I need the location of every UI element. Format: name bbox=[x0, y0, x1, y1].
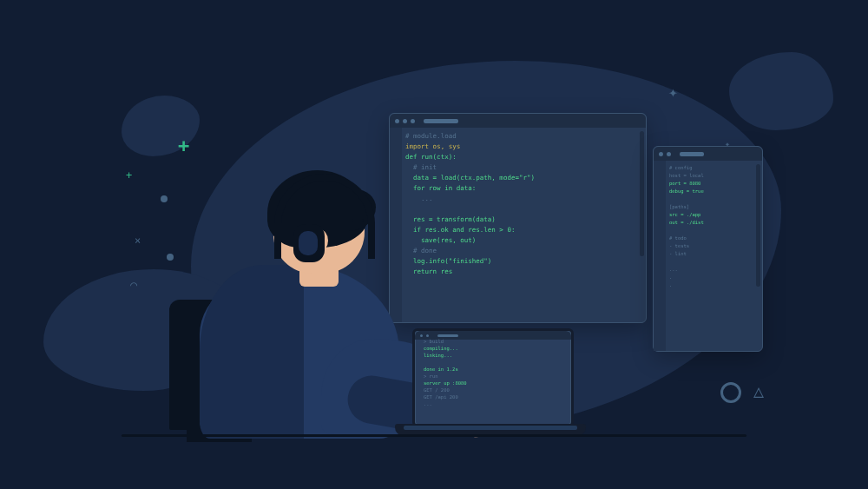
code-content: > build compiling... linking... done in … bbox=[424, 338, 562, 407]
plus-icon: + bbox=[178, 135, 189, 156]
circle-icon bbox=[720, 382, 741, 403]
headphones-pad bbox=[299, 231, 318, 255]
code-content: # config host = local port = 8080 debug … bbox=[669, 164, 753, 289]
arc-icon: ◠ bbox=[130, 278, 137, 292]
triangle-icon: △ bbox=[753, 380, 764, 401]
line-gutter bbox=[654, 161, 666, 351]
window-tab bbox=[437, 334, 458, 337]
illustration-stage: + + ✦ ✦ × ◠ △ # module.load import os, s… bbox=[0, 0, 868, 489]
laptop-keyboard bbox=[404, 426, 577, 430]
laptop: > build compiling... linking... done in … bbox=[395, 328, 577, 437]
traffic-light-icon bbox=[667, 152, 671, 156]
plus-icon: + bbox=[126, 169, 132, 182]
desk-edge bbox=[122, 434, 746, 437]
background-blob bbox=[729, 52, 833, 130]
programmer bbox=[191, 165, 417, 434]
dot-icon bbox=[167, 254, 174, 261]
code-window-main: # module.load import os, sys def run(ctx… bbox=[389, 113, 647, 323]
traffic-light-icon bbox=[659, 152, 663, 156]
cross-icon: × bbox=[135, 235, 141, 247]
traffic-light-icon bbox=[420, 334, 423, 337]
code-content: # module.load import os, sys def run(ctx… bbox=[405, 131, 637, 277]
scrollbar bbox=[756, 164, 760, 287]
dot-icon bbox=[161, 195, 168, 202]
sparkle-icon: ✦ bbox=[668, 83, 678, 101]
window-titlebar bbox=[390, 114, 646, 128]
hoodie-shadow bbox=[200, 265, 304, 439]
headphones-band bbox=[274, 174, 375, 259]
code-window-side: # config host = local port = 8080 debug … bbox=[653, 146, 763, 352]
traffic-light-icon bbox=[395, 119, 399, 123]
window-titlebar bbox=[654, 147, 762, 161]
scrollbar bbox=[640, 131, 644, 256]
window-tab bbox=[680, 152, 704, 156]
window-tab bbox=[424, 119, 458, 123]
traffic-light-icon bbox=[426, 334, 429, 337]
laptop-screen: > build compiling... linking... done in … bbox=[412, 328, 574, 427]
traffic-light-icon bbox=[403, 119, 407, 123]
traffic-light-icon bbox=[411, 119, 415, 123]
